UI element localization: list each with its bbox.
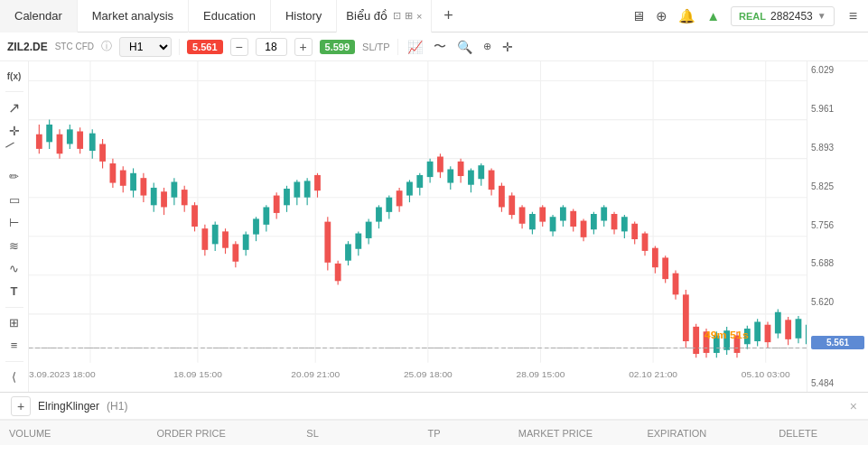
fx-indicator-btn[interactable]: f(x): [4, 67, 25, 86]
svg-rect-47: [191, 205, 198, 227]
svg-rect-159: [765, 325, 771, 342]
popout-icon[interactable]: ⊞: [405, 10, 413, 22]
svg-rect-63: [274, 196, 280, 213]
text-tool[interactable]: T: [4, 282, 25, 301]
col-sl: SL: [252, 428, 373, 439]
svg-rect-115: [539, 207, 546, 221]
svg-rect-129: [611, 214, 618, 229]
svg-rect-49: [201, 228, 208, 250]
chart-tab[interactable]: Biểu đồ ⊡ ⊞ ×: [337, 0, 432, 32]
svg-rect-79: [355, 234, 361, 249]
svg-rect-103: [478, 165, 484, 179]
svg-rect-51: [212, 225, 219, 245]
svg-rect-57: [243, 235, 249, 250]
add-chart-button[interactable]: +: [11, 396, 31, 416]
nav-calendar[interactable]: Calendar: [0, 0, 78, 32]
svg-text:28.09 15:00: 28.09 15:00: [517, 369, 565, 379]
info-icon[interactable]: ⓘ: [101, 39, 112, 54]
cursor-tool[interactable]: ↗: [4, 97, 25, 116]
svg-rect-89: [406, 181, 413, 195]
svg-rect-39: [151, 188, 157, 205]
svg-rect-99: [458, 162, 464, 176]
svg-rect-81: [366, 222, 372, 238]
deposit-icon[interactable]: ⊕: [656, 8, 667, 24]
svg-rect-157: [754, 321, 761, 341]
zoom-out-btn[interactable]: 🔍: [455, 38, 474, 56]
svg-rect-53: [222, 231, 229, 247]
price-level-7: 5.620: [811, 297, 864, 307]
svg-rect-161: [775, 312, 781, 334]
add-indicator-btn[interactable]: ✛: [500, 38, 515, 56]
line-tool-btn[interactable]: 📈: [406, 38, 425, 56]
account-dropdown-icon: ▼: [817, 11, 826, 21]
svg-rect-25: [77, 132, 83, 149]
bottom-section: + ElringKlinger (H1) × VOLUME ORDER PRIC…: [0, 392, 868, 464]
ticker-name: ElringKlinger: [38, 400, 99, 413]
account-badge[interactable]: REAL 2882453 ▼: [731, 6, 835, 26]
svg-rect-101: [468, 171, 474, 185]
svg-rect-141: [673, 274, 679, 295]
quantity-input[interactable]: [256, 38, 287, 56]
svg-rect-41: [161, 191, 167, 207]
measure-tool[interactable]: ⊢: [4, 213, 25, 232]
svg-text:49m 51s: 49m 51s: [705, 329, 749, 341]
price-axis: 6.029 5.961 5.893 5.825 5.756 5.688 5.62…: [807, 61, 868, 392]
svg-rect-105: [489, 171, 495, 190]
trend-line-tool[interactable]: /: [0, 139, 29, 168]
monitor-icon[interactable]: 🖥: [631, 8, 645, 23]
svg-rect-21: [57, 135, 63, 154]
svg-rect-61: [263, 207, 269, 224]
price-level-6: 5.688: [811, 258, 864, 268]
bell-icon[interactable]: 🔔: [678, 8, 695, 24]
col-volume: VOLUME: [9, 428, 130, 439]
increase-qty-btn[interactable]: +: [294, 38, 313, 56]
candlestick-chart: 13.09.2023 18:00 18.09 15:00 20.09 21:00…: [29, 61, 868, 392]
close-tab-icon[interactable]: ×: [416, 11, 422, 22]
svg-text:02.10 21:00: 02.10 21:00: [629, 369, 677, 379]
resize-icon[interactable]: ⊡: [393, 10, 401, 22]
svg-rect-125: [591, 214, 597, 229]
cfd-badge: STC CFD: [55, 42, 94, 51]
svg-rect-35: [130, 173, 136, 190]
wifi-icon[interactable]: ▲: [706, 8, 720, 23]
col-expiration: EXPIRATION: [616, 428, 737, 439]
layers-tool[interactable]: ≡: [4, 336, 25, 355]
svg-text:13.09.2023 18:00: 13.09.2023 18:00: [29, 369, 96, 379]
svg-rect-165: [796, 319, 802, 339]
col-order-price: ORDER PRICE: [130, 428, 251, 439]
add-tab-button[interactable]: +: [435, 4, 461, 29]
price-level-3: 5.893: [811, 143, 864, 153]
svg-rect-163: [785, 320, 791, 339]
rectangle-tool[interactable]: ▭: [4, 190, 25, 209]
wave-tool-btn[interactable]: 〜: [432, 37, 448, 57]
svg-rect-113: [529, 214, 536, 229]
decrease-qty-btn[interactable]: −: [230, 38, 248, 56]
chart-svg-area[interactable]: 13.09.2023 18:00 18.09 15:00 20.09 21:00…: [29, 61, 868, 392]
svg-rect-69: [304, 181, 311, 197]
nav-market-analysis[interactable]: Market analysis: [78, 0, 189, 32]
nav-history[interactable]: History: [271, 0, 337, 32]
chart-container: ZIL2.DE STC CFD ⓘ H1 M1 M5 M15 H4 D1 5.5…: [0, 32, 868, 464]
indicators-tool[interactable]: ⊞: [4, 313, 25, 332]
svg-rect-145: [693, 327, 699, 354]
svg-rect-45: [182, 190, 188, 205]
timeframe-select[interactable]: H1 M1 M5 M15 H4 D1: [119, 37, 172, 57]
svg-rect-85: [386, 198, 392, 212]
price-level-2: 5.961: [811, 104, 864, 114]
wave-tool[interactable]: ∿: [4, 259, 25, 278]
pencil-tool[interactable]: ✏: [4, 167, 25, 186]
svg-rect-93: [427, 162, 434, 177]
svg-rect-37: [140, 178, 146, 195]
nav-right-section: 🖥 ⊕ 🔔 ▲ REAL 2882453 ▼ ≡: [631, 6, 868, 26]
fibonacci-tool[interactable]: ≋: [4, 236, 25, 255]
bottom-ticker: + ElringKlinger (H1) ×: [0, 393, 868, 420]
close-ticker-button[interactable]: ×: [850, 399, 857, 413]
svg-rect-111: [519, 207, 526, 223]
svg-rect-137: [652, 248, 658, 268]
nav-education[interactable]: Education: [189, 0, 271, 32]
zoom-in-btn[interactable]: ⊕: [481, 39, 493, 54]
svg-rect-73: [324, 222, 331, 263]
crosshair-tool[interactable]: ✛: [4, 121, 25, 140]
share-tool[interactable]: ⟨: [4, 367, 25, 385]
hamburger-menu[interactable]: ≡: [849, 8, 857, 24]
